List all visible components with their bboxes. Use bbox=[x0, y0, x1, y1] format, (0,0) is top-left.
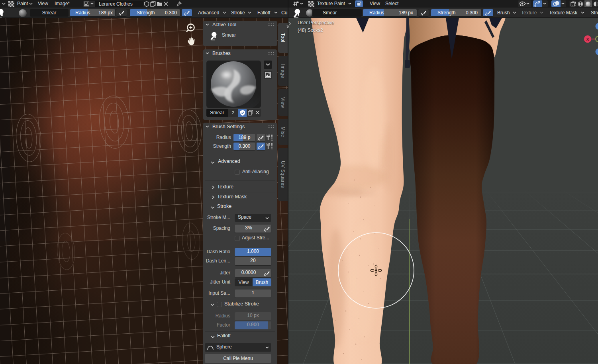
svg-text:X: X bbox=[586, 37, 589, 42]
